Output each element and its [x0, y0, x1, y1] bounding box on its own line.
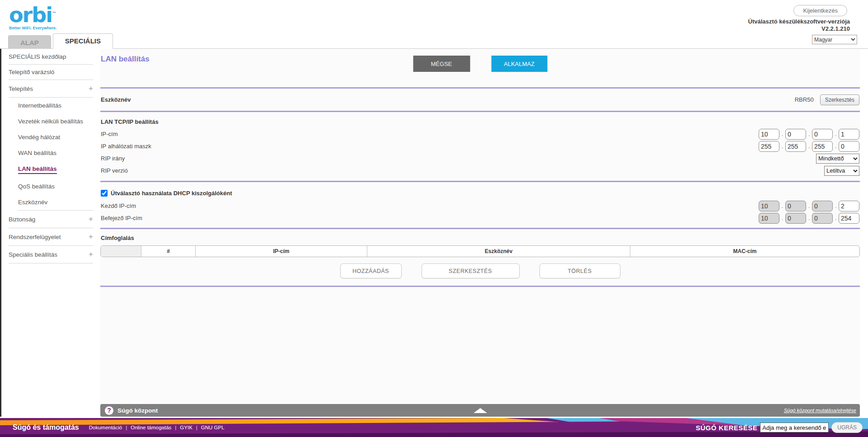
- sidebar-item-wan-beallitas[interactable]: WAN beállítás: [1, 145, 100, 161]
- sidebar-item-eszkoznev[interactable]: Eszköznév: [1, 194, 100, 210]
- mask-octet-3[interactable]: [812, 141, 833, 152]
- reservation-table-header: # IP-cím Eszköznév MAC-cím: [100, 245, 860, 257]
- link-documentation[interactable]: Dokumentáció: [89, 425, 122, 430]
- cancel-button[interactable]: MÉGSE: [413, 56, 470, 72]
- dhcp-start-octet-4[interactable]: [839, 201, 859, 211]
- help-search-go-button[interactable]: UGRÁS: [831, 422, 863, 433]
- delete-button[interactable]: TÖRLÉS: [540, 263, 620, 278]
- logout-button[interactable]: Kijelentkezés: [793, 5, 847, 16]
- rip-version-select[interactable]: Letiltva: [824, 166, 859, 176]
- ip-octet-3[interactable]: [812, 129, 833, 140]
- ip-address-label: IP-cím: [101, 131, 118, 137]
- divider: [100, 286, 860, 287]
- sidebar-item-label: WAN beállítás: [18, 150, 56, 156]
- dot-separator: .: [781, 215, 784, 221]
- sidebar-item-qos-beallitas[interactable]: QoS beállítás: [1, 179, 100, 194]
- sidebar-item-vendeg-halozat[interactable]: Vendég hálózat: [1, 129, 100, 145]
- dot-separator: .: [781, 143, 784, 150]
- ip-octet-1[interactable]: [759, 129, 779, 140]
- dhcp-end-octet-3: [812, 213, 833, 224]
- plus-icon[interactable]: +: [89, 84, 93, 93]
- tab-specialis[interactable]: SPECIÁLIS: [53, 33, 113, 49]
- sidebar-item-label: Speciális beállítás: [9, 251, 57, 258]
- chevron-up-icon[interactable]: [474, 408, 487, 413]
- rip-direction-select[interactable]: Mindkettő: [816, 154, 859, 164]
- link-separator: |: [126, 425, 127, 430]
- mask-octet-2[interactable]: [785, 141, 806, 152]
- dhcp-end-octet-4[interactable]: [839, 213, 859, 224]
- help-search-input[interactable]: [760, 423, 829, 432]
- sidebar-item-label: Vendég hálózat: [18, 134, 60, 141]
- help-center-toggle-link[interactable]: Súgó központ mutatása/elrejtése: [784, 408, 856, 413]
- reservation-heading: Címfoglalás: [101, 235, 860, 241]
- dhcp-start-label: Kezdő IP-cím: [101, 202, 136, 209]
- link-faq[interactable]: GYIK: [180, 425, 192, 430]
- sidebar-item-label: Biztonság: [9, 216, 35, 223]
- dhcp-checkbox[interactable]: [101, 190, 108, 197]
- sidebar-item-biztonsag[interactable]: Biztonság+: [1, 211, 100, 228]
- dot-separator: .: [834, 215, 837, 221]
- plus-icon[interactable]: +: [89, 215, 93, 224]
- footer-links: Dokumentáció | Online támogatás | GYIK |…: [89, 425, 225, 430]
- firmware-info: Útválasztó készülékszoftver-verziója V2.…: [748, 18, 850, 33]
- rip-direction-row: RIP irány Mindkettő: [100, 152, 860, 164]
- sidebar-item-label: QoS beállítás: [18, 183, 55, 190]
- firmware-version: V2.2.1.210: [748, 25, 850, 33]
- divider: [100, 228, 860, 229]
- sidebar-item-label: LAN beállítás: [18, 165, 57, 174]
- plus-icon[interactable]: +: [89, 250, 93, 259]
- divider: [9, 263, 93, 263]
- column-mac: MAC-cím: [630, 246, 859, 257]
- plus-icon[interactable]: +: [89, 232, 93, 241]
- sidebar-item-lan-beallitas[interactable]: LAN beállítás: [1, 161, 100, 179]
- dot-separator: .: [834, 202, 837, 209]
- rip-version-label: RIP verzió: [101, 167, 128, 174]
- dot-separator: .: [807, 131, 811, 137]
- edit-button[interactable]: SZERKESZTÉS: [422, 263, 520, 278]
- language-select[interactable]: Magyar: [812, 35, 857, 44]
- column-select: [101, 246, 141, 257]
- trademark-symbol: ™: [52, 11, 56, 16]
- rip-version-row: RIP verzió Letiltva: [100, 164, 860, 177]
- subnet-mask-label: IP alhálózati maszk: [101, 143, 151, 150]
- column-number: #: [141, 246, 196, 257]
- add-button[interactable]: HOZZÁADÁS: [340, 263, 402, 278]
- lan-tcpip-heading: LAN TCP/IP beállítás: [101, 118, 860, 125]
- mask-octet-1[interactable]: [759, 141, 779, 152]
- firmware-label: Útválasztó készülékszoftver-verziója: [748, 18, 850, 25]
- sidebar-item-specialis-beallitas[interactable]: Speciális beállítás+: [1, 246, 100, 263]
- sidebar-item-internetbeallitas[interactable]: Internetbeállítás: [1, 98, 100, 113]
- sidebar-item-rendszerfelugyelet[interactable]: Rendszerfelügyelet+: [1, 228, 100, 245]
- sidebar-item-label: Eszköznév: [18, 199, 47, 206]
- column-device-name: Eszköznév: [367, 246, 630, 257]
- ip-octet-2[interactable]: [785, 129, 806, 140]
- dhcp-start-octet-2: [785, 201, 806, 211]
- dot-separator: .: [807, 143, 811, 150]
- sidebar-item-telepito-varazslo[interactable]: Telepítő varázsló: [1, 65, 100, 80]
- divider: [100, 181, 860, 182]
- sidebar-item-vezetek-nelkuli-beallitas[interactable]: Vezeték nélküli beállítás: [1, 113, 100, 129]
- subnet-mask-inputs: . . .: [759, 141, 859, 152]
- divider: [100, 111, 860, 112]
- device-name-value: RBR50: [795, 96, 814, 103]
- dhcp-start-inputs: . . .: [759, 201, 859, 211]
- tab-alap[interactable]: ALAP: [8, 35, 51, 49]
- sidebar-item-telepites[interactable]: Telepítés+: [1, 80, 100, 97]
- dot-separator: .: [807, 215, 811, 221]
- sidebar: SPECIÁLIS kezdőlap Telepítő varázsló Tel…: [1, 49, 100, 263]
- apply-button[interactable]: ALKALMAZ: [491, 56, 547, 72]
- tab-bar: ALAP SPECIÁLIS: [8, 33, 113, 49]
- logo-tagline: Better WiFi. Everywhere.: [9, 26, 56, 30]
- rip-direction-label: RIP irány: [101, 155, 125, 162]
- help-center-bar[interactable]: ? Súgó központ Súgó központ mutatása/elr…: [100, 404, 860, 417]
- mask-octet-4[interactable]: [839, 141, 859, 152]
- sidebar-item-label: SPECIÁLIS kezdőlap: [9, 53, 66, 60]
- device-name-edit-button[interactable]: Szerkesztés: [820, 94, 859, 105]
- link-online-support[interactable]: Online támogatás: [131, 425, 171, 430]
- link-gnu-gpl[interactable]: GNU GPL: [201, 425, 225, 430]
- dhcp-end-label: Befejező IP-cím: [101, 215, 142, 221]
- sidebar-item-specialis-kezdolap[interactable]: SPECIÁLIS kezdőlap: [1, 49, 100, 64]
- ip-octet-4[interactable]: [839, 129, 859, 140]
- dhcp-start-octet-3: [812, 201, 833, 211]
- main-content: LAN beállítás MÉGSE ALKALMAZ Eszköznév R…: [100, 49, 860, 417]
